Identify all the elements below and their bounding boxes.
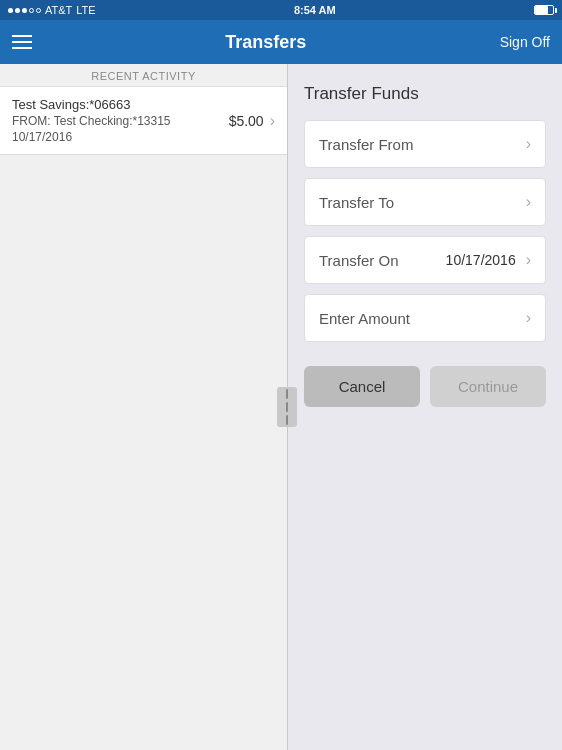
activity-item[interactable]: Test Savings:*06663 FROM: Test Checking:… (0, 86, 287, 155)
status-bar: AT&T LTE 8:54 AM (0, 0, 562, 20)
drag-handle-lines (286, 389, 288, 425)
activity-info: Test Savings:*06663 FROM: Test Checking:… (12, 97, 229, 144)
transfer-from-right: › (526, 135, 531, 153)
right-panel: Transfer Funds Transfer From › Transfer … (288, 64, 562, 750)
cancel-button[interactable]: Cancel (304, 366, 420, 407)
transfer-on-right: 10/17/2016 › (446, 251, 531, 269)
transfer-to-field[interactable]: Transfer To › (304, 178, 546, 226)
activity-from: FROM: Test Checking:*13315 (12, 114, 229, 128)
status-right (534, 5, 554, 15)
network-label: LTE (76, 4, 95, 16)
transfer-on-chevron-icon: › (526, 251, 531, 269)
continue-button[interactable]: Continue (430, 366, 546, 407)
recent-activity-label: RECENT ACTIVITY (0, 64, 287, 86)
status-time: 8:54 AM (294, 4, 336, 16)
transfer-on-value: 10/17/2016 (446, 252, 516, 268)
activity-amount: $5.00 (229, 113, 264, 129)
button-row: Cancel Continue (304, 366, 546, 407)
transfer-to-chevron-icon: › (526, 193, 531, 211)
menu-button[interactable] (12, 35, 32, 49)
main-layout: RECENT ACTIVITY Test Savings:*06663 FROM… (0, 64, 562, 750)
enter-amount-right: › (526, 309, 531, 327)
panel-resize-handle[interactable] (277, 387, 297, 427)
page-title: Transfers (32, 32, 500, 53)
transfer-on-label: Transfer On (319, 252, 398, 269)
enter-amount-chevron-icon: › (526, 309, 531, 327)
activity-date: 10/17/2016 (12, 130, 229, 144)
battery-icon (534, 5, 554, 15)
transfer-from-field[interactable]: Transfer From › (304, 120, 546, 168)
left-panel: RECENT ACTIVITY Test Savings:*06663 FROM… (0, 64, 288, 750)
nav-bar: Transfers Sign Off (0, 20, 562, 64)
transfer-from-label: Transfer From (319, 136, 413, 153)
status-left: AT&T LTE (8, 4, 96, 16)
transfer-from-chevron-icon: › (526, 135, 531, 153)
activity-right: $5.00 › (229, 112, 275, 130)
activity-chevron-icon: › (270, 112, 275, 130)
enter-amount-label: Enter Amount (319, 310, 410, 327)
transfer-to-right: › (526, 193, 531, 211)
activity-title: Test Savings:*06663 (12, 97, 229, 112)
transfer-on-field[interactable]: Transfer On 10/17/2016 › (304, 236, 546, 284)
carrier-label: AT&T (45, 4, 72, 16)
enter-amount-field[interactable]: Enter Amount › (304, 294, 546, 342)
signal-dots (8, 8, 41, 13)
sign-off-button[interactable]: Sign Off (500, 34, 550, 50)
transfer-to-label: Transfer To (319, 194, 394, 211)
transfer-funds-title: Transfer Funds (304, 84, 546, 104)
